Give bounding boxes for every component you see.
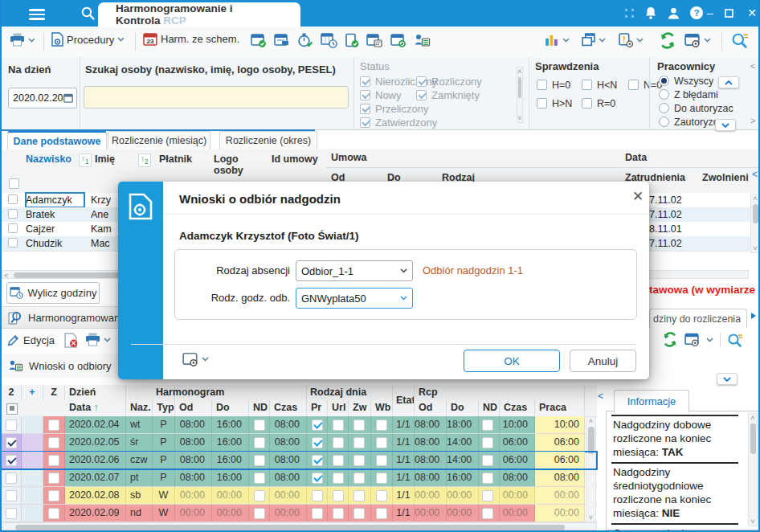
employee-nazwisko[interactable]: Chudzik: [26, 236, 84, 251]
search-icon[interactable]: [80, 6, 96, 21]
pr-checkbox[interactable]: [312, 490, 323, 501]
apps-grid-icon[interactable]: [625, 9, 635, 18]
employee-nazwisko[interactable]: Bratek: [26, 207, 84, 222]
grid-subheader-czas[interactable]: Czas: [270, 400, 307, 415]
hamburger-menu-icon[interactable]: [29, 6, 45, 23]
rcp-nd-checkbox[interactable]: [482, 455, 493, 466]
grid-subheader-rdo[interactable]: Do: [447, 400, 479, 415]
status-option[interactable]: Przeliczony: [360, 102, 437, 116]
grid-subheader-naz[interactable]: Naz.: [126, 400, 153, 415]
row-z-checkbox[interactable]: [48, 508, 59, 519]
close-button[interactable]: ✕: [746, 6, 758, 19]
sprawdzenia-option[interactable]: N=0: [628, 78, 662, 92]
dialog-settings-button[interactable]: [182, 352, 209, 366]
print-button[interactable]: [10, 33, 35, 47]
grid-row[interactable]: 2020.02.06czwP08:0016:0008:001/108:0014:…: [2, 452, 597, 469]
collapse-pane-icon[interactable]: <: [752, 169, 758, 180]
print-schedule-button[interactable]: [85, 333, 111, 346]
wb-checkbox[interactable]: [376, 437, 387, 448]
rcp-nd-checkbox[interactable]: [482, 490, 493, 501]
wylicz-godziny-button[interactable]: Wylicz godziny: [6, 282, 100, 304]
grid-subheader-url[interactable]: Url: [328, 400, 349, 415]
grid-row[interactable]: 2020.02.07ptP08:0016:0008:001/108:0016:0…: [2, 469, 597, 487]
grid-select-all[interactable]: [6, 403, 18, 415]
tab-informacje[interactable]: Informacje: [614, 390, 689, 413]
dialog-close-button[interactable]: ✕: [629, 188, 647, 206]
sprawdzenia-option[interactable]: H=0: [537, 78, 570, 92]
search-advanced-button[interactable]: [731, 32, 749, 48]
grid-row[interactable]: 2020.02.09ndW00:0000:0000:001/100:0000:0…: [2, 505, 597, 522]
row-plus-cell[interactable]: [22, 434, 43, 451]
rodzaj-absencji-select[interactable]: Odbior_1-1: [296, 260, 413, 281]
col-header-platnik[interactable]: Płatnik: [159, 153, 192, 165]
checkbox[interactable]: [537, 98, 547, 108]
pracownicy-option[interactable]: Do autoryzac: [659, 101, 733, 115]
checkbox[interactable]: [360, 90, 370, 100]
grid-header-sel[interactable]: 2: [2, 385, 22, 400]
wb-checkbox[interactable]: [376, 473, 387, 484]
grid-subheader-do[interactable]: Do: [212, 400, 249, 415]
nd-checkbox[interactable]: [254, 455, 265, 466]
table-clock-icon[interactable]: [321, 33, 337, 48]
sprawdzenia-option[interactable]: R=0: [582, 96, 615, 110]
radio-button[interactable]: [659, 89, 669, 100]
employee-nazwisko[interactable]: Cajzer: [26, 222, 84, 236]
grid-header-plus[interactable]: +: [22, 385, 43, 400]
tab-rozliczenie-miesi-c-[interactable]: Rozliczenie (miesiąc): [108, 131, 210, 149]
notifications-bell-icon[interactable]: [644, 6, 657, 20]
rodz-godz-odb-select[interactable]: GNWyplata50: [296, 288, 413, 309]
col-header-zwolnienia[interactable]: Zwolnieni: [702, 172, 749, 183]
checkbox[interactable]: [360, 76, 370, 87]
wb-checkbox[interactable]: [376, 419, 387, 431]
select-all-checkbox[interactable]: [9, 178, 19, 189]
pr-checkbox[interactable]: [312, 473, 323, 484]
row-checkbox[interactable]: [8, 194, 18, 204]
checkbox[interactable]: [628, 80, 639, 90]
zw-checkbox[interactable]: [353, 419, 365, 431]
row-select-checkbox[interactable]: [6, 490, 17, 501]
grid-subheader-zw[interactable]: Zw: [349, 400, 371, 415]
collapse-info-pane-icon[interactable]: <: [598, 391, 603, 402]
grid-row[interactable]: 2020.02.04wtP08:0016:0008:001/108:0018:0…: [2, 416, 597, 434]
stopwatch-check-icon[interactable]: [297, 33, 313, 48]
document-tab[interactable]: Harmonogramowanie i Kontrola RCP: [98, 2, 300, 27]
zw-checkbox[interactable]: [353, 473, 365, 484]
row-checkbox[interactable]: [8, 238, 18, 248]
collapse-filter-button[interactable]: [718, 76, 739, 88]
url-checkbox[interactable]: [333, 490, 344, 501]
chart-button[interactable]: [545, 33, 570, 47]
wb-checkbox[interactable]: [376, 508, 387, 519]
row-plus-cell[interactable]: [22, 487, 43, 504]
collapse-bottom-button[interactable]: [717, 373, 738, 385]
sprawdzenia-option[interactable]: H>N: [537, 96, 572, 110]
sprawdzenia-option[interactable]: H<N: [582, 78, 617, 92]
row-z-checkbox[interactable]: [48, 437, 59, 448]
row-select-checkbox[interactable]: [6, 419, 17, 431]
search-advanced-icon[interactable]: [727, 333, 743, 347]
url-checkbox[interactable]: [333, 455, 344, 466]
sort-badge-1[interactable]: ↑1: [79, 153, 92, 167]
grid-subheader-rnd[interactable]: ND: [479, 400, 500, 415]
rcp-nd-checkbox[interactable]: [482, 437, 493, 448]
nd-checkbox[interactable]: [254, 490, 265, 501]
url-checkbox[interactable]: [333, 473, 344, 484]
pr-checkbox[interactable]: [312, 508, 323, 519]
calendar-calculator-icon[interactable]: [366, 33, 383, 48]
row-z-checkbox[interactable]: [48, 455, 59, 466]
pr-checkbox[interactable]: [312, 455, 323, 466]
search-person-input[interactable]: [84, 86, 349, 108]
grid-subheader-rod[interactable]: Od: [415, 400, 447, 415]
calendar-check-icon[interactable]: [251, 33, 267, 48]
calendar-refresh-icon[interactable]: [390, 33, 407, 48]
info-vscrollbar[interactable]: ˄˅: [748, 413, 758, 526]
grid-header-etat[interactable]: Etat: [393, 385, 415, 415]
checkbox[interactable]: [360, 117, 370, 128]
grid-subheader-od[interactable]: Od: [175, 400, 212, 415]
grid-header-z[interactable]: Z: [43, 385, 65, 400]
row-plus-cell[interactable]: [22, 452, 43, 469]
expand-right-icon[interactable]: >: [750, 117, 755, 125]
radio-button[interactable]: [659, 76, 669, 86]
collapse-left-icon[interactable]: <: [750, 62, 755, 70]
tab-rozliczenie-okres-[interactable]: Rozliczenie (okres): [219, 131, 317, 149]
checkbox[interactable]: [416, 76, 427, 87]
